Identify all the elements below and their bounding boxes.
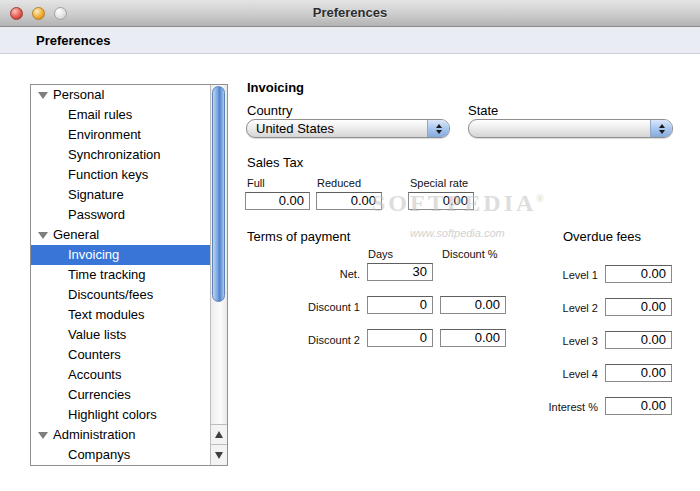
sidebar-item-label: Value lists <box>68 325 126 345</box>
popup-arrows-icon <box>650 120 672 137</box>
terms-discount2-percent-field[interactable]: 0.00 <box>440 329 506 347</box>
terms-discount1-percent-field[interactable]: 0.00 <box>440 296 506 314</box>
sales-tax-full-label: Full <box>247 177 265 189</box>
terms-discount2-days-field[interactable]: 0 <box>367 329 433 347</box>
sidebar-item-counters[interactable]: Counters <box>31 345 210 365</box>
scrollbar-thumb[interactable] <box>212 86 225 302</box>
disclosure-triangle-icon[interactable] <box>38 232 48 239</box>
popup-arrows-icon <box>427 120 449 137</box>
window-title: Preferences <box>0 5 700 20</box>
sidebar-group-administration[interactable]: Administration <box>31 425 210 445</box>
sidebar-item-label: Counters <box>68 345 121 365</box>
sidebar-item-label: Time tracking <box>68 265 146 285</box>
sidebar-group-label: General <box>53 225 99 245</box>
disclosure-triangle-icon[interactable] <box>38 432 48 439</box>
overdue-level4-label: Level 4 <box>518 368 598 380</box>
sidebar-item-label: Environment <box>68 125 141 145</box>
sidebar-item-label: Invoicing <box>68 245 119 265</box>
overdue-level3-label: Level 3 <box>518 335 598 347</box>
sidebar-item-label: Synchronization <box>68 145 161 165</box>
menu-item-preferences[interactable]: Preferences <box>36 33 110 48</box>
title-bar: Preferences <box>0 0 700 27</box>
sidebar-item-label: Password <box>68 205 125 225</box>
sidebar-item-highlight-colors[interactable]: Highlight colors <box>31 405 210 425</box>
sidebar-item-label: Text modules <box>68 305 145 325</box>
sidebar-group-personal[interactable]: Personal <box>31 85 210 105</box>
overdue-interest-label: Interest % <box>518 401 598 413</box>
sidebar-item-label: Highlight colors <box>68 405 157 425</box>
sidebar-item-invoicing[interactable]: Invoicing <box>31 245 210 265</box>
sales-tax-reduced-label: Reduced <box>317 177 361 189</box>
sidebar-item-label: Companys <box>68 445 130 465</box>
sidebar-item-function-keys[interactable]: Function keys <box>31 165 210 185</box>
state-label: State <box>468 103 498 118</box>
overdue-level1-label: Level 1 <box>518 269 598 281</box>
sidebar-item-synchronization[interactable]: Synchronization <box>31 145 210 165</box>
sidebar-item-text-modules[interactable]: Text modules <box>31 305 210 325</box>
terms-net-label: Net. <box>290 268 360 280</box>
sidebar-item-label: Signature <box>68 185 124 205</box>
sidebar-item-label: Discounts/fees <box>68 285 153 305</box>
sales-tax-full-field[interactable]: 0.00 <box>245 192 310 210</box>
scrollbar-up-button[interactable] <box>211 424 227 444</box>
scrollbar-down-button[interactable] <box>211 444 227 465</box>
sidebar-group-general[interactable]: General <box>31 225 210 245</box>
terms-heading: Terms of payment <box>247 229 350 244</box>
overdue-level2-field[interactable]: 0.00 <box>605 298 672 316</box>
state-select[interactable] <box>468 119 673 138</box>
sales-tax-special-label: Special rate <box>410 177 468 189</box>
terms-discount1-days-field[interactable]: 0 <box>367 296 433 314</box>
sidebar-group-label: Administration <box>53 425 135 445</box>
terms-days-column-header: Days <box>368 248 393 260</box>
overdue-level1-field[interactable]: 0.00 <box>605 265 672 283</box>
window-body: Personal Email rules Environment Synchro… <box>0 55 700 491</box>
sidebar-item-label: Function keys <box>68 165 148 185</box>
country-select-value: United States <box>256 121 334 137</box>
overdue-level2-label: Level 2 <box>518 302 598 314</box>
sales-tax-special-field[interactable]: 0.00 <box>408 192 474 210</box>
sidebar-item-password[interactable]: Password <box>31 205 210 225</box>
arrow-down-icon <box>215 452 223 459</box>
overdue-level4-field[interactable]: 0.00 <box>605 364 672 382</box>
sidebar-item-value-lists[interactable]: Value lists <box>31 325 210 345</box>
country-select[interactable]: United States <box>246 119 450 138</box>
sidebar-item-signature[interactable]: Signature <box>31 185 210 205</box>
sidebar-item-companys[interactable]: Companys <box>31 445 210 465</box>
terms-discount2-label: Discount 2 <box>280 334 360 346</box>
sidebar-group-label: Personal <box>53 85 104 105</box>
page-title: Invoicing <box>247 80 304 95</box>
terms-net-days-field[interactable]: 30 <box>367 263 433 281</box>
arrow-up-icon <box>215 431 223 438</box>
sidebar-item-label: Accounts <box>68 365 121 385</box>
preferences-category-list: Personal Email rules Environment Synchro… <box>30 84 228 466</box>
sidebar-item-discounts-fees[interactable]: Discounts/fees <box>31 285 210 305</box>
sidebar-item-label: Currencies <box>68 385 131 405</box>
menu-bar: Preferences <box>0 27 700 54</box>
sidebar-item-environment[interactable]: Environment <box>31 125 210 145</box>
softpedia-url-watermark: www.softpedia.com <box>410 227 505 239</box>
overdue-level3-field[interactable]: 0.00 <box>605 331 672 349</box>
sidebar-scrollbar[interactable] <box>210 85 227 465</box>
overdue-fees-heading: Overdue fees <box>563 229 641 244</box>
sidebar-item-time-tracking[interactable]: Time tracking <box>31 265 210 285</box>
sidebar-item-accounts[interactable]: Accounts <box>31 365 210 385</box>
preferences-window: Preferences Preferences Personal Email r… <box>0 0 700 491</box>
country-label: Country <box>247 103 293 118</box>
terms-discount-column-header: Discount % <box>442 248 498 260</box>
sidebar-item-email-rules[interactable]: Email rules <box>31 105 210 125</box>
terms-discount1-label: Discount 1 <box>280 301 360 313</box>
sales-tax-heading: Sales Tax <box>247 155 303 170</box>
disclosure-triangle-icon[interactable] <box>38 92 48 99</box>
sidebar-item-label: Email rules <box>68 105 132 125</box>
sidebar-item-currencies[interactable]: Currencies <box>31 385 210 405</box>
sales-tax-reduced-field[interactable]: 0.00 <box>316 192 382 210</box>
overdue-interest-field[interactable]: 0.00 <box>605 397 672 415</box>
